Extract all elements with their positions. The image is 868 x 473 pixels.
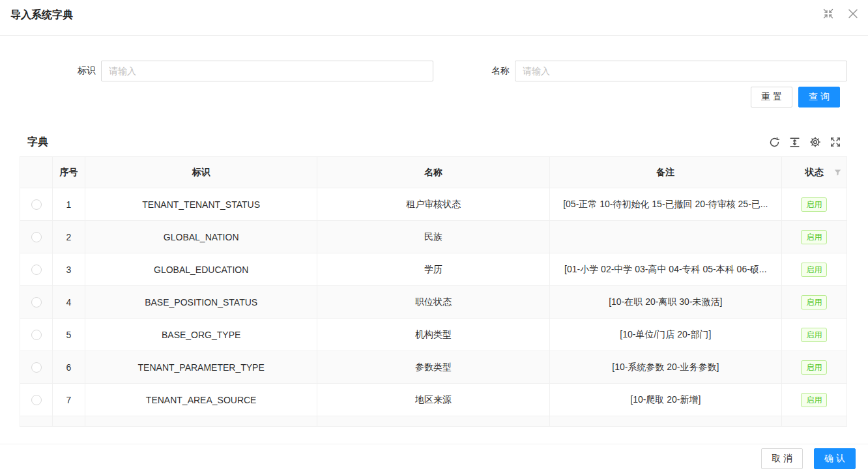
search-form: 标识 名称 xyxy=(20,61,847,81)
table-title: 字典 xyxy=(27,136,48,149)
cell-name: 租户审核状态 xyxy=(317,188,549,220)
header-selection xyxy=(20,157,53,188)
status-badge: 启用 xyxy=(801,197,827,212)
cell-remark: [10-单位/门店 20-部门] xyxy=(550,319,782,351)
table-row: 6 TENANT_PARAMETER_TYPE 参数类型 [10-系统参数 20… xyxy=(20,351,846,384)
dictionary-table: 序号 标识 名称 备注 状态 1 TENANT_TENANT_STATUS 租户… xyxy=(20,156,847,427)
cell-status: 启用 xyxy=(782,188,846,220)
cell-code: GLOBAL_NATION xyxy=(85,221,317,253)
cell-code: TENANT_TENANT_STATUS xyxy=(85,188,317,220)
table-bar: 字典 xyxy=(20,133,841,151)
cell-index: 5 xyxy=(53,319,85,351)
cell-remark: [10-系统参数 20-业务参数] xyxy=(550,351,782,383)
cell-remark: [10-在职 20-离职 30-未激活] xyxy=(550,286,782,318)
table-row: 1 TENANT_TENANT_STATUS 租户审核状态 [05-正常 10-… xyxy=(20,188,846,221)
row-radio[interactable] xyxy=(31,297,42,308)
status-badge: 启用 xyxy=(801,328,827,342)
cell-status: 启用 xyxy=(782,351,846,383)
status-badge: 启用 xyxy=(801,263,827,277)
cell-remark: [05-正常 10-待初始化 15-已撤回 20-待审核 25-已... xyxy=(550,188,782,220)
cell-index: 6 xyxy=(53,351,85,383)
cell-name: 地区来源 xyxy=(317,384,549,416)
compress-icon[interactable] xyxy=(823,8,833,19)
header-remark: 备注 xyxy=(550,157,782,188)
modal-header-icons xyxy=(823,8,858,19)
table-row: 2 GLOBAL_NATION 民族 启用 xyxy=(20,221,846,253)
cell-status: 启用 xyxy=(782,221,846,253)
cell-status: 启用 xyxy=(782,384,846,416)
cell-index: 1 xyxy=(53,188,85,220)
cell-code: BASE_POSITION_STATUS xyxy=(85,286,317,318)
cell-selection xyxy=(20,188,53,220)
cell-status: 启用 xyxy=(782,286,846,318)
cell-code: BASE_ORG_TYPE xyxy=(85,319,317,351)
header-code: 标识 xyxy=(85,157,317,188)
density-icon[interactable] xyxy=(789,137,800,148)
code-field[interactable] xyxy=(101,61,433,81)
cell-index: 3 xyxy=(53,253,85,285)
cell-index: 2 xyxy=(53,221,85,253)
search-actions: 重 置 查 询 xyxy=(751,87,840,108)
status-badge: 启用 xyxy=(801,393,827,407)
fullscreen-icon[interactable] xyxy=(830,137,841,147)
header-name: 名称 xyxy=(317,157,549,188)
status-badge: 启用 xyxy=(801,295,827,309)
table-row: 4 BASE_POSITION_STATUS 职位状态 [10-在职 20-离职… xyxy=(20,286,846,319)
cell-code: TENANT_PARAMETER_TYPE xyxy=(85,351,317,383)
code-field-label: 标识 xyxy=(20,65,101,77)
cancel-button[interactable]: 取 消 xyxy=(761,448,803,469)
row-radio[interactable] xyxy=(31,199,42,210)
name-field[interactable] xyxy=(515,61,847,81)
modal-title: 导入系统字典 xyxy=(10,8,73,22)
form-item-name: 名称 xyxy=(433,61,847,81)
cell-name: 职位状态 xyxy=(317,286,549,318)
table-row: 3 GLOBAL_EDUCATION 学历 [01-小学 02-中学 03-高中… xyxy=(20,253,846,286)
cell-remark: [10-爬取 20-新增] xyxy=(550,384,782,416)
row-radio[interactable] xyxy=(31,232,42,242)
cell-code: GLOBAL_EDUCATION xyxy=(85,253,317,285)
close-icon[interactable] xyxy=(848,9,858,18)
cell-index: 4 xyxy=(53,286,85,318)
cell-name: 学历 xyxy=(317,253,549,285)
header-index: 序号 xyxy=(53,157,85,188)
cell-selection xyxy=(20,384,53,416)
row-radio[interactable] xyxy=(31,395,42,405)
header-status: 状态 xyxy=(782,157,846,188)
table-toolbar xyxy=(769,136,841,148)
modal-footer: 取 消 确 认 xyxy=(0,444,868,473)
table-body: 1 TENANT_TENANT_STATUS 租户审核状态 [05-正常 10-… xyxy=(20,188,846,427)
modal-header: 导入系统字典 xyxy=(0,0,868,36)
table-row: 7 TENANT_AREA_SOURCE 地区来源 [10-爬取 20-新增] … xyxy=(20,384,846,416)
row-radio[interactable] xyxy=(31,362,42,373)
cell-selection xyxy=(20,351,53,383)
cell-selection xyxy=(20,253,53,285)
cell-selection xyxy=(20,286,53,318)
cell-selection xyxy=(20,221,53,253)
query-button[interactable]: 查 询 xyxy=(798,87,840,108)
status-badge: 启用 xyxy=(801,230,827,244)
cell-remark: [01-小学 02-中学 03-高中 04-专科 05-本科 06-硕... xyxy=(550,253,782,285)
row-radio[interactable] xyxy=(31,265,42,275)
cell-selection xyxy=(20,319,53,351)
status-badge: 启用 xyxy=(801,360,827,375)
reload-icon[interactable] xyxy=(769,137,780,148)
name-field-label: 名称 xyxy=(433,65,515,77)
filter-icon[interactable] xyxy=(834,169,841,176)
header-status-label: 状态 xyxy=(805,167,823,179)
cell-status: 启用 xyxy=(782,253,846,285)
reset-button[interactable]: 重 置 xyxy=(751,87,792,108)
form-item-code: 标识 xyxy=(20,61,433,81)
table-row-partial xyxy=(20,416,846,427)
row-radio[interactable] xyxy=(31,330,42,340)
cell-status: 启用 xyxy=(782,319,846,351)
settings-icon[interactable] xyxy=(809,136,821,148)
confirm-button[interactable]: 确 认 xyxy=(814,448,856,469)
table-header-row: 序号 标识 名称 备注 状态 xyxy=(20,157,846,188)
cell-index: 7 xyxy=(53,384,85,416)
cell-name: 参数类型 xyxy=(317,351,549,383)
cell-name: 机构类型 xyxy=(317,319,549,351)
cell-remark xyxy=(550,221,782,253)
table-row: 5 BASE_ORG_TYPE 机构类型 [10-单位/门店 20-部门] 启用 xyxy=(20,319,846,351)
cell-name: 民族 xyxy=(317,221,549,253)
cell-code: TENANT_AREA_SOURCE xyxy=(85,384,317,416)
